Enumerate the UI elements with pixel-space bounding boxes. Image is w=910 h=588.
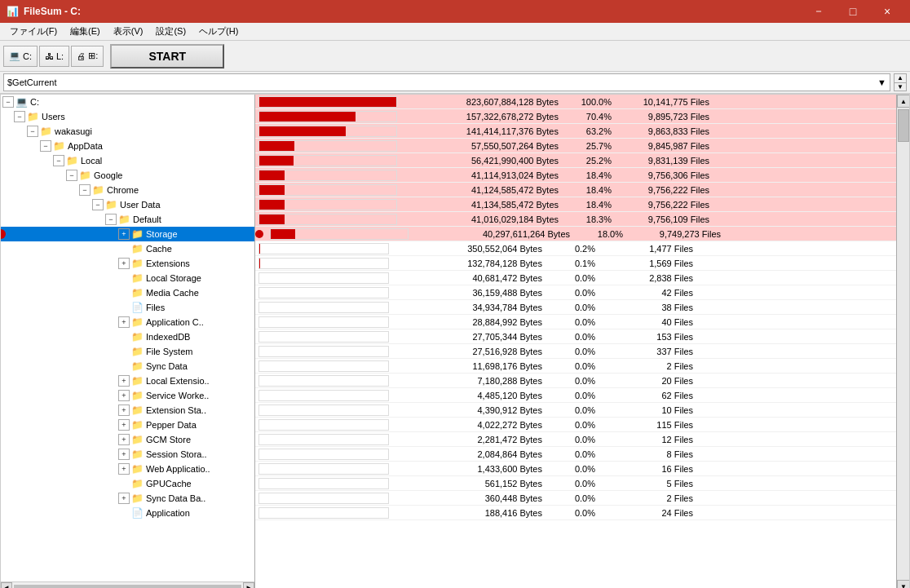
- expander-chrome[interactable]: −: [79, 184, 91, 196]
- expander-localext[interactable]: +: [118, 375, 130, 387]
- tree-item-chrome[interactable]: − 📁 Chrome: [1, 183, 254, 197]
- table-row[interactable]: 1,433,600 Bytes0.0%16 Files: [255, 462, 896, 476]
- expander-wakasugi[interactable]: −: [27, 126, 38, 137]
- table-row[interactable]: 27,516,928 Bytes0.0%337 Files: [255, 344, 896, 359]
- tree-item-gcmstore[interactable]: + 📁 GCM Store: [1, 432, 254, 447]
- tree-item-filesystem[interactable]: 📁 File System: [1, 344, 254, 359]
- tree-item-mediacache[interactable]: 📁 Media Cache: [1, 285, 254, 300]
- table-row[interactable]: 57,550,507,264 Bytes25.7%9,845,987 Files: [255, 139, 896, 153]
- menu-help[interactable]: ヘルプ(H): [192, 24, 245, 39]
- table-row[interactable]: 41,114,913,024 Bytes18.4%9,756,306 Files: [255, 168, 896, 183]
- drive-l-button[interactable]: 🖧 L:: [39, 46, 69, 67]
- vscroll-down[interactable]: ▼: [897, 580, 909, 588]
- table-row[interactable]: 132,784,128 Bytes0.1%1,569 Files: [255, 256, 896, 271]
- tree-item-application[interactable]: 📄 Application: [1, 506, 254, 520]
- tree-item-local[interactable]: − 📁 Local: [1, 153, 254, 168]
- close-button[interactable]: ×: [871, 0, 903, 23]
- address-scroll-down[interactable]: ▼: [895, 83, 906, 91]
- table-row[interactable]: 34,934,784 Bytes0.0%38 Files: [255, 300, 896, 315]
- maximize-button[interactable]: □: [837, 0, 869, 23]
- table-row[interactable]: 188,416 Bytes0.0%24 Files: [255, 506, 896, 520]
- address-scroll-up[interactable]: ▲: [895, 74, 906, 83]
- hscroll-left[interactable]: ◄: [1, 582, 12, 589]
- expander-local[interactable]: −: [53, 155, 64, 166]
- table-row[interactable]: 2,281,472 Bytes0.0%12 Files: [255, 432, 896, 447]
- tree-item-localstorage[interactable]: 📁 Local Storage: [1, 271, 254, 285]
- tree-item-serviceworker[interactable]: + 📁 Service Worke..: [1, 388, 254, 403]
- table-row[interactable]: 2,084,864 Bytes0.0%8 Files: [255, 447, 896, 462]
- expander-extstate[interactable]: +: [118, 405, 130, 416]
- menu-edit[interactable]: 編集(E): [64, 24, 107, 39]
- table-row[interactable]: 157,322,678,272 Bytes70.4%9,895,723 File…: [255, 109, 896, 124]
- vscroll-up[interactable]: ▲: [897, 95, 909, 108]
- tree-item-syncdata[interactable]: 📁 Sync Data: [1, 359, 254, 374]
- vscrollbar[interactable]: ▲ ▼: [896, 95, 909, 588]
- expander-google[interactable]: −: [66, 170, 77, 181]
- menu-file[interactable]: ファイル(F): [3, 24, 64, 39]
- tree-item-storage[interactable]: + 📁 Storage: [1, 227, 254, 241]
- expander-extensions[interactable]: +: [118, 258, 130, 269]
- table-row[interactable]: 360,448 Bytes0.0%2 Files: [255, 491, 896, 506]
- tree-item-gpucache[interactable]: 📁 GPUCache: [1, 476, 254, 491]
- table-row[interactable]: 561,152 Bytes0.0%5 Files: [255, 476, 896, 491]
- expander-c[interactable]: −: [2, 96, 14, 108]
- table-row[interactable]: 141,414,117,376 Bytes63.2%9,863,833 File…: [255, 124, 896, 139]
- table-row[interactable]: 350,552,064 Bytes0.2%1,477 Files: [255, 241, 896, 256]
- table-row[interactable]: 11,698,176 Bytes0.0%2 Files: [255, 359, 896, 374]
- tree-item-default[interactable]: − 📁 Default: [1, 212, 254, 227]
- tree-item-cache[interactable]: 📁 Cache: [1, 241, 254, 256]
- tree-item-files[interactable]: 📄 Files: [1, 300, 254, 315]
- tree-item-syncdataba[interactable]: + 📁 Sync Data Ba..: [1, 491, 254, 506]
- tree-item-appdata[interactable]: − 📁 AppData: [1, 139, 254, 153]
- vscroll-thumb[interactable]: [898, 109, 909, 142]
- expander-default[interactable]: −: [105, 214, 117, 225]
- tree-item-pepperdata[interactable]: + 📁 Pepper Data: [1, 418, 254, 432]
- table-row[interactable]: 27,705,344 Bytes0.0%153 Files: [255, 329, 896, 344]
- hscroll-thumb[interactable]: [14, 585, 241, 589]
- table-row[interactable]: 823,607,884,128 Bytes100.0%10,141,775 Fi…: [255, 95, 896, 109]
- table-row[interactable]: 41,134,585,472 Bytes18.4%9,756,222 Files: [255, 197, 896, 212]
- drive-extra-button[interactable]: 🖨 ⊞:: [71, 46, 104, 67]
- tree-item-localext[interactable]: + 📁 Local Extensio..: [1, 374, 254, 388]
- table-row[interactable]: 4,390,912 Bytes0.0%10 Files: [255, 403, 896, 418]
- expander-appcache[interactable]: +: [118, 316, 130, 328]
- tree-hscrollbar[interactable]: ◄ ►: [1, 581, 254, 588]
- table-row[interactable]: 7,180,288 Bytes0.0%20 Files: [255, 374, 896, 388]
- tree-item-webapp[interactable]: + 📁 Web Applicatio..: [1, 462, 254, 476]
- expander-webapp[interactable]: +: [118, 463, 130, 475]
- address-combo[interactable]: $GetCurrent ▼: [3, 73, 890, 91]
- drive-c-button[interactable]: 💻 C:: [3, 46, 38, 67]
- expander-appdata[interactable]: −: [40, 140, 51, 152]
- expander-userdata[interactable]: −: [92, 199, 104, 210]
- tree-scroll[interactable]: − 💻 C: − 📁 Users − 📁 wakasugi − 📁 AppDat…: [1, 95, 254, 581]
- tree-item-indexeddb[interactable]: 📁 IndexedDB: [1, 329, 254, 344]
- menu-settings[interactable]: 設定(S): [149, 24, 192, 39]
- menu-view[interactable]: 表示(V): [107, 24, 150, 39]
- table-row[interactable]: 40,681,472 Bytes0.0%2,838 Files: [255, 271, 896, 285]
- table-row[interactable]: 41,016,029,184 Bytes18.3%9,756,109 Files: [255, 212, 896, 227]
- expander-pepperdata[interactable]: +: [118, 419, 130, 431]
- minimize-button[interactable]: －: [802, 0, 835, 23]
- hscroll-right[interactable]: ►: [243, 582, 254, 589]
- expander-syncdataba[interactable]: +: [118, 493, 130, 504]
- tree-item-appcache[interactable]: + 📁 Application C..: [1, 315, 254, 329]
- expander-gcmstore[interactable]: +: [118, 434, 130, 445]
- expander-sessionstorage[interactable]: +: [118, 449, 130, 460]
- start-button[interactable]: START: [110, 44, 224, 69]
- tree-item-users[interactable]: − 📁 Users: [1, 109, 254, 124]
- tree-item-sessionstorage[interactable]: + 📁 Session Stora..: [1, 447, 254, 462]
- table-row[interactable]: 4,485,120 Bytes0.0%62 Files: [255, 388, 896, 403]
- tree-item-extstate[interactable]: + 📁 Extension Sta..: [1, 403, 254, 418]
- table-row[interactable]: 28,884,992 Bytes0.0%40 Files: [255, 315, 896, 329]
- tree-item-extensions[interactable]: + 📁 Extensions: [1, 256, 254, 271]
- tree-item-userdata[interactable]: − 📁 User Data: [1, 197, 254, 212]
- tree-item-c[interactable]: − 💻 C:: [1, 95, 254, 109]
- table-row[interactable]: 36,159,488 Bytes0.0%42 Files: [255, 285, 896, 300]
- expander-serviceworker[interactable]: +: [118, 390, 130, 401]
- table-row[interactable]: 40,297,611,264 Bytes18.0%9,749,273 Files: [255, 227, 896, 241]
- expander-storage[interactable]: +: [118, 228, 130, 240]
- expander-users[interactable]: −: [14, 111, 25, 122]
- address-dropdown-icon[interactable]: ▼: [877, 77, 886, 87]
- tree-item-google[interactable]: − 📁 Google: [1, 168, 254, 183]
- table-row[interactable]: 56,421,990,400 Bytes25.2%9,831,139 Files: [255, 153, 896, 168]
